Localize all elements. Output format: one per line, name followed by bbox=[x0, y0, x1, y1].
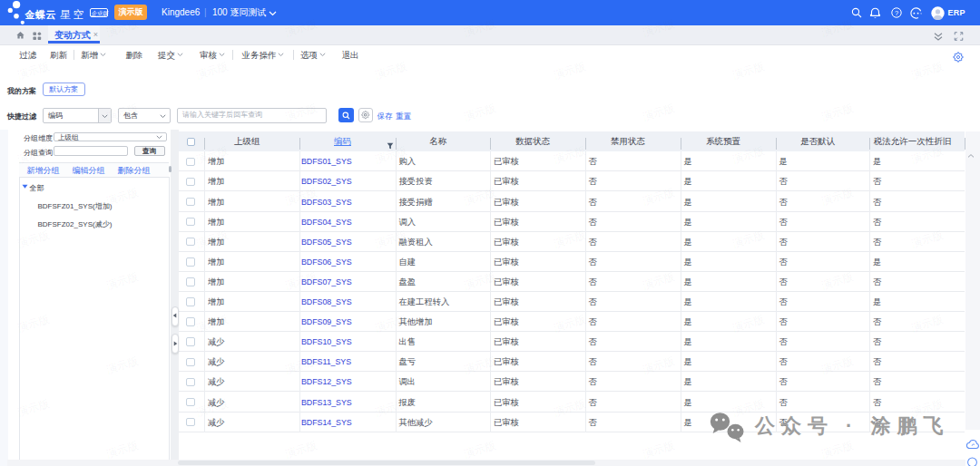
svg-text:?: ? bbox=[895, 9, 898, 17]
